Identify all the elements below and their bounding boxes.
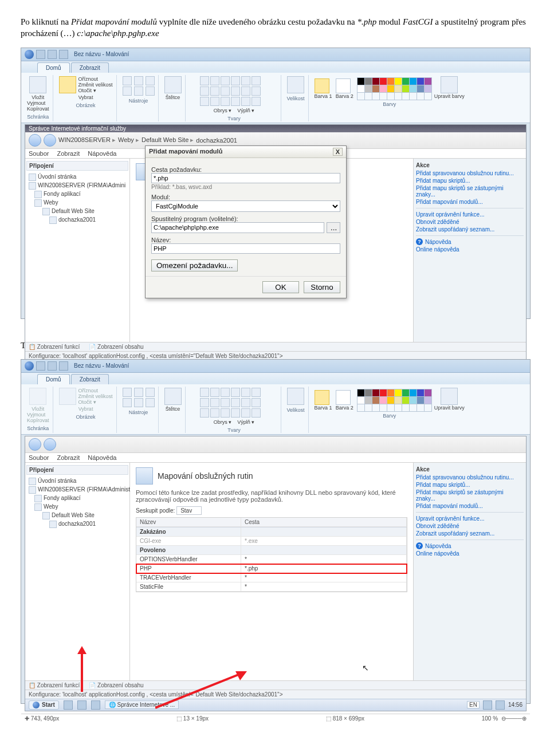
- strokesize-icon[interactable]: [287, 76, 304, 93]
- pool-icon: [34, 191, 42, 198]
- menu-view[interactable]: Zobrazit: [57, 150, 80, 157]
- request-path-field[interactable]: [151, 173, 340, 183]
- table-row: StaticFile*: [136, 582, 407, 592]
- label-request-path: Cesta požadavku:: [151, 166, 340, 173]
- color2-swatch[interactable]: [336, 390, 351, 405]
- clock: 14:56: [508, 702, 522, 708]
- menu-file[interactable]: Soubor: [29, 150, 49, 157]
- nav-fwd-icon[interactable]: [44, 134, 56, 147]
- select-icon[interactable]: [59, 388, 76, 405]
- text-icon[interactable]: [146, 76, 155, 85]
- site-icon: [42, 208, 50, 215]
- eraser-icon[interactable]: [123, 86, 132, 96]
- lang-indicator[interactable]: EN: [467, 701, 480, 708]
- taskbar-icon[interactable]: [64, 700, 73, 710]
- tab-home[interactable]: Domů: [37, 374, 70, 384]
- view-features-tab[interactable]: Zobrazení funkcí: [37, 344, 80, 350]
- action-ordered-list[interactable]: Zobrazit uspořádaný seznam...: [416, 226, 524, 233]
- brushes-icon[interactable]: [164, 76, 182, 93]
- tab-view[interactable]: Zobrazit: [71, 62, 109, 73]
- tab-home[interactable]: Domů: [37, 62, 70, 73]
- window-title: Bez názvu - Malování: [74, 363, 129, 369]
- canvas-size: 818 × 699px: [333, 715, 364, 722]
- page-description: Pomocí této funkce lze zadat prostředky,…: [136, 489, 407, 503]
- view-content-tab[interactable]: Zobrazení obsahu: [97, 344, 144, 350]
- add-module-mapping-dialog: Přidat mapování modulůX Cesta požadavku:…: [145, 145, 347, 298]
- handler-grid: NázevCesta Zakázáno CGI-exe*.exe Povolen…: [136, 517, 407, 592]
- action-edit-permissions[interactable]: Upravit oprávnění funkce...: [416, 211, 524, 218]
- home-icon: [29, 174, 36, 181]
- action-help[interactable]: Nápověda: [425, 238, 451, 246]
- label-module: Modul:: [151, 194, 340, 200]
- module-select[interactable]: FastCgiModule: [151, 200, 340, 212]
- label-name: Název:: [151, 237, 340, 243]
- action-online-help[interactable]: Online nápověda: [416, 246, 524, 253]
- brushes-icon[interactable]: [164, 388, 182, 405]
- redo-icon: [59, 50, 68, 59]
- strokesize-icon[interactable]: [287, 388, 304, 405]
- table-row: TRACEVerbHandler*: [136, 573, 407, 582]
- action-add-managed[interactable]: Přidat spravovanou obslužnou rutinu...: [416, 170, 524, 177]
- menu-help[interactable]: Nápověda: [88, 150, 116, 157]
- cursor-icon: ↖: [362, 663, 369, 672]
- window-title: Bez názvu - Malování: [74, 51, 129, 57]
- sites-icon: [34, 199, 42, 207]
- action-add-wildcard[interactable]: Přidat mapu skriptů se zástupnými znaky.…: [416, 184, 524, 198]
- nav-fwd-icon[interactable]: [44, 438, 56, 451]
- screenshot-2: Bez názvu - Malování Domů Zobrazit Vloži…: [21, 359, 531, 704]
- fill-icon[interactable]: [134, 76, 143, 85]
- browse-button[interactable]: ...: [327, 222, 340, 233]
- save-icon: [36, 50, 45, 59]
- cancel-button[interactable]: Storno: [304, 281, 340, 293]
- action-add-modulemap[interactable]: Přidat mapování modulů...: [416, 198, 524, 206]
- color-palette[interactable]: [357, 77, 431, 99]
- label-executable: Spustitelný program (volitelné):: [151, 215, 340, 222]
- cursor-position: 743, 490px: [31, 715, 60, 722]
- paint-orb-icon: [25, 50, 34, 59]
- edit-colors-icon[interactable]: [441, 388, 458, 405]
- zoom-icon[interactable]: [146, 86, 155, 96]
- table-row: CGI-exe*.exe: [136, 537, 407, 546]
- table-row: OPTIONSVerbHandler*: [136, 555, 407, 564]
- undo-icon: [48, 361, 57, 371]
- nav-back-icon[interactable]: [29, 134, 41, 147]
- paste-icon[interactable]: [29, 76, 46, 93]
- table-row-php: PHP*.php: [136, 564, 407, 573]
- actions-header: Akce: [416, 161, 524, 170]
- color1-swatch[interactable]: [315, 78, 329, 93]
- iis-title: Správce Internetové informační služby: [25, 125, 526, 132]
- redo-icon: [59, 361, 68, 371]
- nav-back-icon[interactable]: [29, 438, 41, 451]
- start-button[interactable]: Start: [29, 700, 59, 710]
- dialog-title: Přidat mapování modulů: [149, 148, 222, 156]
- color-palette[interactable]: [357, 389, 431, 411]
- action-add-scriptmap[interactable]: Přidat mapu skriptů...: [416, 177, 524, 184]
- screenshot-1: Bez názvu - Malování Domů Zobrazit Vloži…: [21, 48, 531, 319]
- taskbar-icon[interactable]: [77, 700, 87, 710]
- save-icon: [36, 361, 45, 371]
- ribbon: Vložit Vyjmout Kopírovat Schránka Ořízno…: [21, 73, 530, 123]
- pencil-icon[interactable]: [123, 76, 132, 85]
- tray-icon[interactable]: [483, 700, 492, 710]
- taskbar-task[interactable]: 🌐 Správce Internetové ...: [105, 700, 179, 709]
- tray-icon[interactable]: [496, 700, 505, 710]
- app-icon: [49, 216, 57, 224]
- color2-swatch[interactable]: [336, 78, 351, 93]
- close-icon[interactable]: X: [333, 148, 343, 156]
- tab-view[interactable]: Zobrazit: [71, 374, 109, 384]
- action-revert[interactable]: Obnovit zděděné: [416, 218, 524, 226]
- picker-icon[interactable]: [134, 86, 143, 96]
- paint-orb-icon: [25, 361, 34, 371]
- name-field[interactable]: [151, 243, 340, 254]
- groupby-select[interactable]: Stav: [176, 506, 202, 515]
- paste-icon: [29, 388, 46, 405]
- help-icon: ?: [416, 238, 423, 245]
- request-restrictions-button[interactable]: Omezení požadavku...: [151, 259, 238, 271]
- ok-button[interactable]: OK: [262, 281, 299, 293]
- color1-swatch[interactable]: [315, 390, 329, 405]
- edit-colors-icon[interactable]: [441, 76, 458, 93]
- executable-field[interactable]: [151, 222, 324, 233]
- select-icon[interactable]: [59, 76, 76, 93]
- taskbar-icon[interactable]: [91, 700, 100, 710]
- undo-icon: [48, 50, 57, 59]
